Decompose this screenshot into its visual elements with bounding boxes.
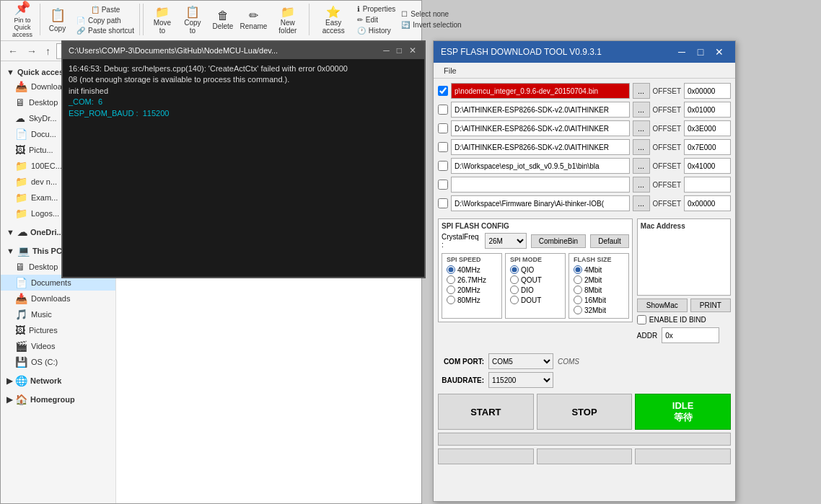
browse-btn-3[interactable]: ...	[633, 120, 650, 136]
move-button[interactable]: 📁 Move to	[148, 4, 177, 35]
pin-button[interactable]: 📌 Pin to Quick access	[8, 4, 37, 35]
delete-button[interactable]: 🗑 Delete	[208, 4, 237, 35]
spi-config-section: SPI FLASH CONFIG CrystalFreq : 26M Combi…	[438, 218, 633, 322]
paste-shortcut-button[interactable]: 🔗 Paste shortcut	[74, 26, 136, 35]
mac-textarea[interactable]	[641, 233, 727, 291]
file-path-4[interactable]	[451, 139, 630, 155]
terminal-baud-line: ESP_ROM_BAUD : 115200	[69, 108, 418, 119]
offset-input-1[interactable]	[684, 83, 731, 99]
browse-btn-6[interactable]: ...	[633, 177, 650, 193]
flash-32m-radio[interactable]	[574, 306, 582, 314]
esp-close-button[interactable]: ✕	[711, 45, 728, 59]
esp-minimize-button[interactable]: ─	[673, 45, 690, 59]
offset-input-5[interactable]	[684, 158, 731, 174]
terminal-maximize-button[interactable]: □	[395, 45, 404, 56]
spi-panel: SPI FLASH CONFIG CrystalFreq : 26M Combi…	[438, 216, 633, 348]
file-checkbox-5[interactable]	[438, 161, 448, 171]
back-button[interactable]: ←	[5, 44, 21, 58]
file-path-1[interactable]	[451, 83, 630, 99]
homegroup-collapse-icon: ▶	[6, 395, 12, 404]
crystal-select[interactable]: 26M	[485, 233, 526, 249]
copy-path-button[interactable]: 📄 Copy path	[74, 16, 136, 25]
offset-input-7[interactable]	[684, 195, 731, 211]
file-path-3[interactable]	[451, 120, 630, 136]
file-checkbox-4[interactable]	[438, 142, 448, 152]
sidebar-item-osc[interactable]: 💾 OS (C:)	[1, 354, 115, 370]
mode-qout-radio[interactable]	[510, 275, 519, 284]
mode-dout-radio[interactable]	[510, 296, 519, 304]
offset-input-6[interactable]	[684, 177, 731, 193]
new-folder-button[interactable]: 📁 New folder	[270, 4, 306, 35]
file-path-6[interactable]	[451, 177, 630, 193]
sidebar-item-videos[interactable]: 🎬 Videos	[1, 338, 115, 354]
flash-2m-radio[interactable]	[574, 275, 582, 284]
offset-input-3[interactable]	[684, 120, 731, 136]
mode-qio-radio[interactable]	[510, 265, 519, 274]
offset-label-1: OFFSET	[653, 87, 681, 95]
sidebar-item-pictures2[interactable]: 🖼 Pictures	[1, 322, 115, 338]
esp-menu-file[interactable]: File	[439, 65, 461, 76]
mode-dio-radio[interactable]	[510, 286, 519, 294]
flash-32m-row: 32Mbit	[574, 306, 624, 314]
flash-4m-radio[interactable]	[574, 265, 582, 274]
esp-title: ESP FLASH DOWNLOAD TOOL V0.9.3.1	[441, 47, 602, 57]
folder1-label: 100EC...	[31, 162, 62, 170]
sidebar-item-music[interactable]: 🎵 Music	[1, 306, 115, 322]
quick-access-label: Quick access	[17, 68, 68, 76]
file-checkbox-3[interactable]	[438, 123, 448, 133]
file-row-6: ... OFFSET	[438, 177, 731, 193]
esp-maximize-button[interactable]: □	[692, 45, 709, 59]
copy-button[interactable]: 📋 Copy	[45, 4, 70, 35]
paste-button[interactable]: 📋 Paste	[74, 4, 136, 15]
terminal-minimize-button[interactable]: ─	[381, 45, 392, 56]
browse-btn-5[interactable]: ...	[633, 158, 650, 174]
browse-btn-1[interactable]: ...	[633, 83, 650, 99]
show-mac-button[interactable]: ShowMac	[637, 299, 688, 312]
up-button[interactable]: ↑	[43, 44, 53, 58]
terminal-close-button[interactable]: ✕	[407, 45, 418, 56]
combine-bin-button[interactable]: CombineBin	[531, 234, 586, 248]
invert-selection-button[interactable]: 🔄 Invert selection	[399, 20, 463, 30]
history-button[interactable]: 🕐 History	[355, 26, 398, 35]
idle-button[interactable]: IDLE 等待	[635, 394, 731, 430]
speed-267mhz-radio[interactable]	[447, 275, 455, 284]
properties-button[interactable]: ℹ Properties	[355, 4, 398, 14]
file-path-5[interactable]	[451, 158, 630, 174]
print-button[interactable]: PRINT	[690, 299, 731, 312]
flash-8m-radio[interactable]	[574, 286, 582, 294]
file-checkbox-7[interactable]	[438, 198, 448, 208]
speed-40mhz-radio[interactable]	[447, 265, 455, 274]
copy-to-button[interactable]: 📋 Copy to	[178, 4, 207, 35]
network-icon: 🌐	[15, 375, 27, 386]
browse-btn-4[interactable]: ...	[633, 139, 650, 155]
network-header[interactable]: ▶ 🌐 Network	[1, 373, 115, 389]
speed-20mhz-radio[interactable]	[447, 286, 455, 294]
config-panel: SPI FLASH CONFIG CrystalFreq : 26M Combi…	[438, 216, 731, 348]
flash-16m-radio[interactable]	[574, 296, 582, 304]
stop-button[interactable]: STOP	[537, 394, 633, 430]
enable-id-checkbox[interactable]	[637, 315, 646, 324]
speed-80mhz-radio[interactable]	[447, 296, 455, 304]
baudrate-select[interactable]: 115200	[488, 372, 553, 388]
file-checkbox-2[interactable]	[438, 105, 448, 115]
homegroup-header[interactable]: ▶ 🏠 Homegroup	[1, 392, 115, 407]
file-checkbox-1[interactable]	[438, 86, 448, 96]
select-none-button[interactable]: ☐ Select none	[399, 9, 463, 19]
file-checkbox-6[interactable]	[438, 180, 448, 190]
addr-input[interactable]	[662, 327, 719, 343]
forward-button[interactable]: →	[24, 44, 40, 58]
file-path-2[interactable]	[451, 102, 630, 118]
browse-btn-7[interactable]: ...	[633, 195, 650, 211]
file-path-7[interactable]	[451, 195, 630, 211]
sidebar-item-downloads2[interactable]: 📥 Downloads	[1, 291, 115, 306]
rename-button[interactable]: ✏ Rename	[239, 4, 268, 35]
start-button[interactable]: START	[438, 394, 534, 430]
offset-input-4[interactable]	[684, 139, 731, 155]
easy-access-button[interactable]: ⭐ Easy access	[314, 4, 354, 35]
edit-button[interactable]: ✏ Edit	[355, 15, 398, 25]
default-button[interactable]: Default	[590, 234, 629, 248]
offset-input-2[interactable]	[684, 102, 731, 118]
com-port-select[interactable]: COM5	[488, 353, 553, 369]
browse-btn-2[interactable]: ...	[633, 102, 650, 118]
copy-to-label: Copy to	[181, 19, 204, 35]
